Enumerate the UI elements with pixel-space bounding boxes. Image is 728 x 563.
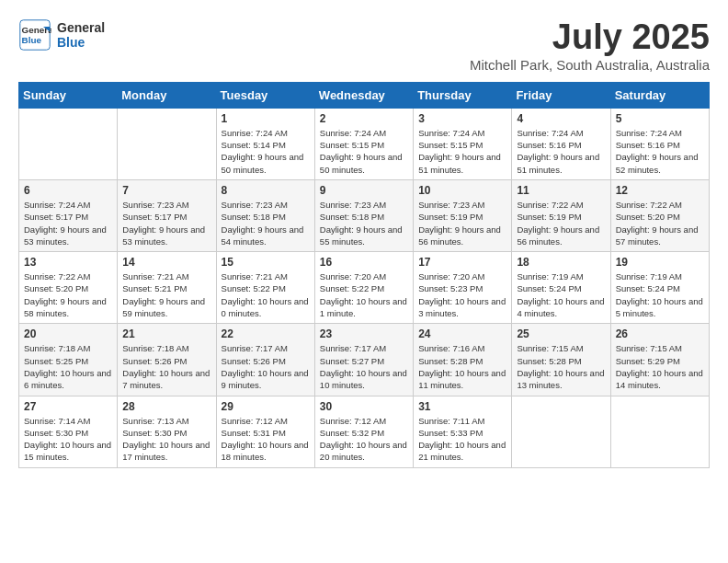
calendar-cell: 16Sunrise: 7:20 AM Sunset: 5:22 PM Dayli…: [314, 252, 413, 324]
calendar-cell: 6Sunrise: 7:24 AM Sunset: 5:17 PM Daylig…: [19, 179, 118, 251]
day-of-week-header: Friday: [512, 82, 610, 108]
calendar-header-row: SundayMondayTuesdayWednesdayThursdayFrid…: [19, 82, 710, 108]
day-number: 6: [24, 184, 112, 197]
day-info: Sunrise: 7:20 AM Sunset: 5:22 PM Dayligh…: [320, 270, 408, 319]
day-of-week-header: Sunday: [19, 82, 118, 108]
day-info: Sunrise: 7:18 AM Sunset: 5:25 PM Dayligh…: [24, 342, 112, 391]
calendar-cell: 9Sunrise: 7:23 AM Sunset: 5:18 PM Daylig…: [314, 179, 413, 251]
calendar-cell: 4Sunrise: 7:24 AM Sunset: 5:16 PM Daylig…: [512, 108, 610, 179]
day-info: Sunrise: 7:20 AM Sunset: 5:23 PM Dayligh…: [418, 270, 506, 319]
day-info: Sunrise: 7:23 AM Sunset: 5:18 PM Dayligh…: [222, 199, 310, 247]
calendar-cell: 21Sunrise: 7:18 AM Sunset: 5:26 PM Dayli…: [118, 324, 216, 396]
day-info: Sunrise: 7:24 AM Sunset: 5:15 PM Dayligh…: [320, 127, 408, 176]
day-number: 26: [616, 327, 704, 340]
day-number: 12: [616, 184, 704, 197]
day-info: Sunrise: 7:24 AM Sunset: 5:16 PM Dayligh…: [517, 127, 605, 176]
day-info: Sunrise: 7:23 AM Sunset: 5:19 PM Dayligh…: [418, 199, 506, 247]
title-area: July 2025 Mitchell Park, South Australia…: [470, 18, 710, 73]
page-header: General Blue General Blue July 2025 Mitc…: [18, 18, 710, 73]
day-number: 2: [320, 112, 408, 125]
logo-icon: General Blue: [18, 18, 51, 52]
day-info: Sunrise: 7:15 AM Sunset: 5:28 PM Dayligh…: [517, 342, 605, 391]
day-number: 19: [616, 256, 704, 269]
calendar-week-row: 13Sunrise: 7:22 AM Sunset: 5:20 PM Dayli…: [19, 252, 710, 324]
calendar-cell: 28Sunrise: 7:13 AM Sunset: 5:30 PM Dayli…: [118, 396, 216, 467]
day-number: 15: [222, 256, 310, 269]
day-number: 5: [616, 112, 704, 125]
calendar-week-row: 6Sunrise: 7:24 AM Sunset: 5:17 PM Daylig…: [19, 179, 710, 251]
day-info: Sunrise: 7:14 AM Sunset: 5:30 PM Dayligh…: [24, 415, 112, 464]
calendar-cell: 18Sunrise: 7:19 AM Sunset: 5:24 PM Dayli…: [512, 252, 610, 324]
calendar-cell: 5Sunrise: 7:24 AM Sunset: 5:16 PM Daylig…: [610, 108, 709, 179]
calendar-cell: 3Sunrise: 7:24 AM Sunset: 5:15 PM Daylig…: [414, 108, 512, 179]
calendar-week-row: 1Sunrise: 7:24 AM Sunset: 5:14 PM Daylig…: [19, 108, 710, 179]
calendar-cell: 23Sunrise: 7:17 AM Sunset: 5:27 PM Dayli…: [314, 324, 413, 396]
calendar-cell: 26Sunrise: 7:15 AM Sunset: 5:29 PM Dayli…: [610, 324, 709, 396]
day-number: 21: [122, 327, 210, 340]
calendar-week-row: 27Sunrise: 7:14 AM Sunset: 5:30 PM Dayli…: [19, 396, 710, 467]
calendar-cell: 20Sunrise: 7:18 AM Sunset: 5:25 PM Dayli…: [19, 324, 118, 396]
calendar-cell: 14Sunrise: 7:21 AM Sunset: 5:21 PM Dayli…: [118, 252, 216, 324]
day-info: Sunrise: 7:24 AM Sunset: 5:15 PM Dayligh…: [418, 127, 506, 176]
day-info: Sunrise: 7:22 AM Sunset: 5:20 PM Dayligh…: [24, 270, 112, 319]
calendar-cell: [118, 108, 216, 179]
day-info: Sunrise: 7:23 AM Sunset: 5:17 PM Dayligh…: [122, 199, 210, 247]
calendar-cell: 19Sunrise: 7:19 AM Sunset: 5:24 PM Dayli…: [610, 252, 709, 324]
day-info: Sunrise: 7:21 AM Sunset: 5:22 PM Dayligh…: [222, 270, 310, 319]
day-number: 20: [24, 327, 112, 340]
day-of-week-header: Saturday: [610, 82, 709, 108]
day-info: Sunrise: 7:12 AM Sunset: 5:32 PM Dayligh…: [320, 415, 408, 464]
day-info: Sunrise: 7:17 AM Sunset: 5:26 PM Dayligh…: [222, 342, 310, 391]
day-number: 3: [418, 112, 506, 125]
day-info: Sunrise: 7:24 AM Sunset: 5:16 PM Dayligh…: [616, 127, 704, 176]
calendar-cell: [610, 396, 709, 467]
day-number: 8: [222, 184, 310, 197]
calendar-week-row: 20Sunrise: 7:18 AM Sunset: 5:25 PM Dayli…: [19, 324, 710, 396]
calendar-cell: 7Sunrise: 7:23 AM Sunset: 5:17 PM Daylig…: [118, 179, 216, 251]
day-number: 9: [320, 184, 408, 197]
calendar-cell: 15Sunrise: 7:21 AM Sunset: 5:22 PM Dayli…: [216, 252, 314, 324]
calendar-cell: [512, 396, 610, 467]
day-number: 13: [24, 256, 112, 269]
day-info: Sunrise: 7:21 AM Sunset: 5:21 PM Dayligh…: [122, 270, 210, 319]
day-number: 29: [222, 400, 310, 413]
day-info: Sunrise: 7:19 AM Sunset: 5:24 PM Dayligh…: [517, 270, 605, 319]
day-info: Sunrise: 7:19 AM Sunset: 5:24 PM Dayligh…: [616, 270, 704, 319]
location-title: Mitchell Park, South Australia, Australi…: [470, 57, 710, 73]
day-number: 24: [418, 327, 506, 340]
day-of-week-header: Thursday: [414, 82, 512, 108]
calendar-cell: 17Sunrise: 7:20 AM Sunset: 5:23 PM Dayli…: [414, 252, 512, 324]
calendar-cell: 11Sunrise: 7:22 AM Sunset: 5:19 PM Dayli…: [512, 179, 610, 251]
day-number: 22: [222, 327, 310, 340]
day-info: Sunrise: 7:12 AM Sunset: 5:31 PM Dayligh…: [222, 415, 310, 464]
day-info: Sunrise: 7:17 AM Sunset: 5:27 PM Dayligh…: [320, 342, 408, 391]
day-of-week-header: Monday: [118, 82, 216, 108]
day-info: Sunrise: 7:16 AM Sunset: 5:28 PM Dayligh…: [418, 342, 506, 391]
day-number: 28: [122, 400, 210, 413]
calendar-cell: 22Sunrise: 7:17 AM Sunset: 5:26 PM Dayli…: [216, 324, 314, 396]
calendar-cell: 27Sunrise: 7:14 AM Sunset: 5:30 PM Dayli…: [19, 396, 118, 467]
day-number: 1: [222, 112, 310, 125]
logo-text-line2: Blue: [57, 35, 105, 50]
day-number: 10: [418, 184, 506, 197]
day-info: Sunrise: 7:24 AM Sunset: 5:17 PM Dayligh…: [24, 199, 112, 247]
day-info: Sunrise: 7:22 AM Sunset: 5:20 PM Dayligh…: [616, 199, 704, 247]
calendar-cell: 29Sunrise: 7:12 AM Sunset: 5:31 PM Dayli…: [216, 396, 314, 467]
day-number: 11: [517, 184, 605, 197]
calendar-cell: 30Sunrise: 7:12 AM Sunset: 5:32 PM Dayli…: [314, 396, 413, 467]
svg-text:Blue: Blue: [22, 35, 42, 45]
day-number: 17: [418, 256, 506, 269]
logo: General Blue General Blue: [18, 18, 105, 52]
day-number: 31: [418, 400, 506, 413]
day-info: Sunrise: 7:11 AM Sunset: 5:33 PM Dayligh…: [418, 415, 506, 464]
calendar-cell: 25Sunrise: 7:15 AM Sunset: 5:28 PM Dayli…: [512, 324, 610, 396]
calendar-cell: 10Sunrise: 7:23 AM Sunset: 5:19 PM Dayli…: [414, 179, 512, 251]
day-info: Sunrise: 7:13 AM Sunset: 5:30 PM Dayligh…: [122, 415, 210, 464]
day-of-week-header: Tuesday: [216, 82, 314, 108]
logo-text-line1: General: [57, 20, 105, 35]
calendar-cell: 8Sunrise: 7:23 AM Sunset: 5:18 PM Daylig…: [216, 179, 314, 251]
day-number: 16: [320, 256, 408, 269]
calendar-cell: 31Sunrise: 7:11 AM Sunset: 5:33 PM Dayli…: [414, 396, 512, 467]
day-info: Sunrise: 7:15 AM Sunset: 5:29 PM Dayligh…: [616, 342, 704, 391]
calendar-cell: 1Sunrise: 7:24 AM Sunset: 5:14 PM Daylig…: [216, 108, 314, 179]
